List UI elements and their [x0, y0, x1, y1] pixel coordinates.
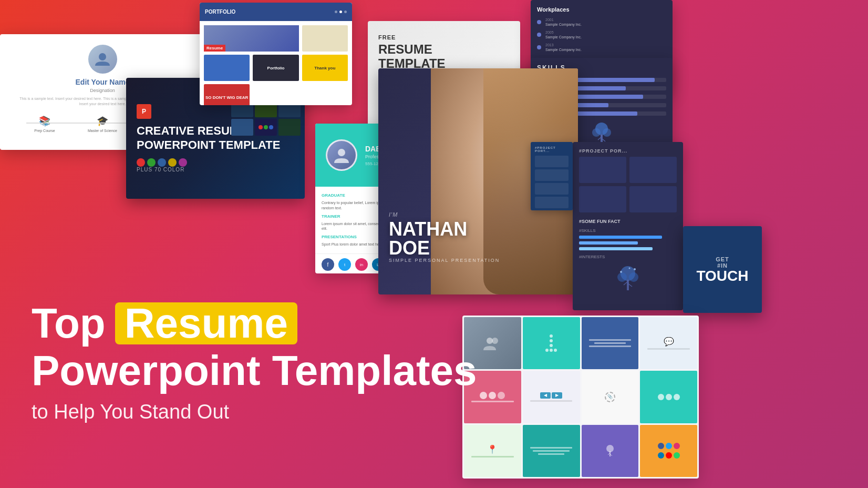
grid-cell-7: [231, 119, 253, 136]
card4-title: RESUMETEMPLATE: [378, 43, 510, 70]
person-dot: [498, 392, 505, 399]
grid-cell-green-light: 📍: [464, 425, 521, 477]
blue-cell-inner: [582, 317, 639, 369]
card9-tree: [579, 262, 677, 294]
orange-social-icons: [658, 443, 680, 449]
card9-fun-title: #SOME FUN FACT: [579, 219, 677, 224]
li-icon: [658, 452, 664, 459]
card-get-in-touch: GET #IN TOUCH: [683, 226, 762, 313]
skill-bar-1: [579, 236, 662, 239]
cell-dot: [554, 349, 557, 352]
grid-cell-9: [278, 119, 301, 136]
card5-dot-1: [537, 20, 541, 24]
arrow-row: ◀ ▶: [540, 392, 562, 399]
headline-line1: Top Resume: [32, 302, 477, 344]
svg-point-9: [617, 272, 627, 282]
cyan-2-inner: [640, 371, 697, 423]
card5-info-3: 2013 Sample Company Inc.: [545, 43, 666, 52]
social-dot-3: [674, 394, 680, 400]
cell-dot: [550, 344, 553, 347]
headline-line3: to Help You Stand Out: [32, 399, 477, 425]
card5-year-1: 2001: [545, 18, 666, 22]
ppt-label: P: [142, 108, 146, 115]
grid-cell-purple: [582, 425, 639, 477]
card8-name-overlay: I'M NATHANDOE SIMPLE PERSONAL PRESENTATI…: [389, 211, 500, 263]
wa-icon: [674, 452, 680, 459]
avatar-icon: [332, 146, 351, 165]
green-light-inner: 📍: [464, 425, 521, 477]
chat-icon: 💬: [664, 337, 674, 347]
timeline-label-2: Master of Science: [88, 129, 117, 133]
card5-title: Workplaces: [537, 6, 666, 13]
grid-cell-light-2: ◀ ▶: [523, 371, 580, 423]
card2-subtitle: PLUS 70 COLOR: [137, 167, 294, 172]
main-headline: Top Resume Powerpoint Templates to Help …: [32, 302, 477, 425]
card10-get: GET: [716, 256, 729, 262]
card7-avatar: [326, 139, 357, 171]
grid-cell-8: [255, 119, 277, 136]
card8-subtitle: SIMPLE PERSONAL PRESENTATION: [389, 258, 500, 263]
white-cell-inner: 📎: [582, 371, 639, 423]
dot-purple: [179, 158, 187, 167]
cell-dot: [550, 334, 553, 338]
proj-item-1: [579, 157, 626, 183]
nav-dot-active: [339, 11, 342, 13]
dot-blue: [158, 158, 166, 167]
card1-name: Edit Your Name: [76, 78, 130, 86]
card3-body: Resume Portfolio Thank you SO DON'T WIG …: [200, 21, 352, 105]
card5-item-2: 2005 Sample Company Inc.: [537, 30, 666, 39]
svg-point-15: [634, 268, 636, 270]
cell-dot: [550, 339, 553, 342]
svg-point-2: [592, 128, 601, 137]
proj-item-2: [629, 157, 677, 183]
purple-inner: [582, 425, 639, 477]
instagram-icon: in: [355, 258, 368, 271]
ig-icon: [674, 443, 680, 449]
orange-social-icons-2: [658, 452, 680, 459]
card5-item-3: 2013 Sample Company Inc.: [537, 43, 666, 52]
fb-icon: [658, 443, 664, 449]
teal-inner: [523, 425, 580, 477]
svg-point-3: [603, 128, 611, 137]
person-dot: [480, 392, 487, 399]
card10-touch: TOUCH: [696, 269, 748, 283]
timeline-item-1: 📚 Prep Course: [16, 115, 74, 133]
card11-items: [535, 156, 569, 208]
card3-item-red: SO DON'T WIG DEAR: [204, 84, 250, 105]
card3-nav: [335, 11, 347, 13]
tree-mini-icon: [603, 443, 617, 458]
arrow-right: ▶: [552, 392, 562, 399]
twitter-icon: t: [338, 258, 351, 271]
card3-resume-label: Resume: [204, 45, 225, 52]
arrow-left: ◀: [540, 392, 551, 399]
card9-skill-bars: [579, 236, 677, 250]
card9-project-title: #PROJECT POR...: [579, 148, 677, 154]
proj-item-3: [579, 186, 626, 212]
headline-resume-highlight: Resume: [115, 302, 297, 344]
cell-bar: [471, 401, 514, 402]
cell-dots-row: [545, 349, 557, 352]
card8-name-text: NATHANDOE: [389, 220, 500, 258]
card3-item-yellow: Thank you: [302, 55, 348, 81]
cell-bar: [594, 342, 626, 344]
cyan-cell-inner: [523, 317, 580, 369]
social-dot-1: [658, 394, 664, 400]
svg-point-10: [629, 272, 638, 282]
timeline-item-2: 🎓 Master of Science: [74, 115, 131, 133]
nav-dot: [344, 11, 347, 13]
card9-interests-label: #INTERESTS: [579, 255, 677, 259]
cell-dot: [550, 349, 553, 352]
location-icon: 📍: [487, 444, 498, 454]
cell-bar: [530, 400, 573, 402]
card5-year-2: 2005: [545, 30, 666, 34]
card11-item-2: [535, 169, 569, 181]
card5-dot-3: [537, 45, 541, 49]
dot-yellow: [168, 158, 177, 167]
ppt-icon: P: [137, 104, 151, 119]
grid-cell-blue-1: [582, 317, 639, 369]
grid-cell-orange: [640, 425, 697, 477]
card11-title: #PROJECT PORT...: [535, 146, 569, 152]
grid-cell-white: 📎: [582, 371, 639, 423]
cell-bar: [533, 450, 570, 452]
cell-bar: [589, 345, 632, 347]
